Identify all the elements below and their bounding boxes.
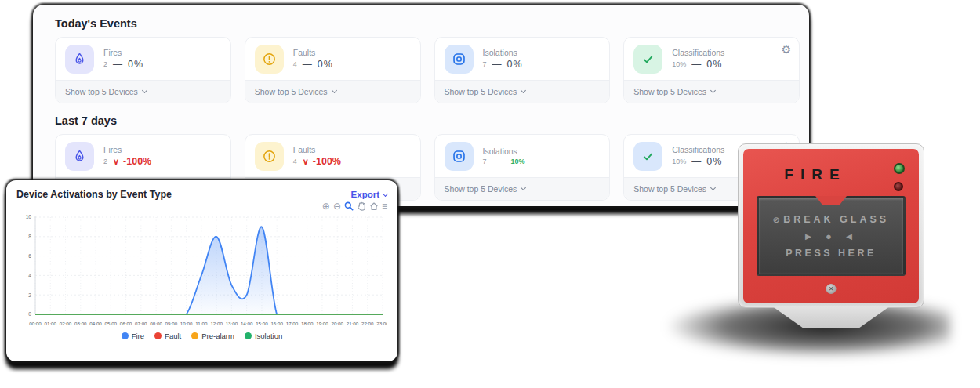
svg-text:05:00: 05:00 bbox=[105, 321, 118, 326]
card-title: Fires bbox=[103, 145, 151, 154]
show-top-devices-label: Show top 5 Devices bbox=[633, 184, 706, 194]
legend-dot-icon bbox=[154, 332, 162, 339]
alert-circle-icon bbox=[255, 45, 284, 74]
today-card-row: Fires 2 — 0% Show top 5 Devices bbox=[45, 37, 800, 103]
chart-panel: Device Activations by Event Type Export … bbox=[6, 180, 397, 361]
svg-text:08:00: 08:00 bbox=[150, 321, 162, 326]
legend-dot-icon bbox=[122, 332, 129, 339]
show-top-devices-label: Show top 5 Devices bbox=[445, 87, 517, 96]
card-title: Fires bbox=[103, 48, 143, 57]
trend-flat-icon: — bbox=[492, 59, 502, 70]
card-title: Classifications bbox=[672, 48, 724, 57]
card-trend: -100% bbox=[313, 156, 341, 167]
gear-icon[interactable]: ⚙ bbox=[781, 44, 791, 55]
card-today-faults: Faults 4 — 0% Show top 5 Devices bbox=[245, 37, 421, 103]
stage: Today's Events Fires 2 — 0% bbox=[0, 0, 980, 388]
zoom-in-icon[interactable]: ⊕ bbox=[322, 201, 330, 211]
callpoint-flap bbox=[771, 306, 891, 328]
svg-text:01:00: 01:00 bbox=[45, 321, 57, 326]
card-trend: 0% bbox=[128, 59, 143, 70]
pan-icon[interactable] bbox=[357, 201, 366, 211]
card-count: 7 bbox=[483, 60, 487, 68]
arrows-dot-icon: ► ● ◄ bbox=[804, 230, 859, 242]
zoom-out-icon[interactable]: ⊖ bbox=[333, 201, 341, 211]
card-count: 4 bbox=[293, 158, 297, 165]
svg-text:07:00: 07:00 bbox=[135, 321, 147, 326]
activations-plot[interactable]: 024681000:0001:0002:0003:0004:0005:0006:… bbox=[16, 212, 387, 332]
card-title: Isolations bbox=[483, 48, 523, 57]
card-count: 2 bbox=[103, 60, 107, 68]
show-top-devices-button[interactable]: Show top 5 Devices bbox=[435, 80, 610, 103]
card-today-classifications: Classifications 10% — 0% ⚙ Show top 5 De… bbox=[623, 37, 800, 103]
export-label: Export bbox=[351, 190, 379, 199]
chevron-down-icon bbox=[142, 88, 147, 93]
flame-icon bbox=[65, 45, 94, 74]
svg-text:06:00: 06:00 bbox=[120, 321, 132, 326]
chevron-down-icon bbox=[710, 88, 716, 93]
svg-text:21:00: 21:00 bbox=[347, 321, 359, 326]
show-top-devices-label: Show top 5 Devices bbox=[255, 87, 328, 96]
check-icon bbox=[633, 142, 662, 171]
svg-text:10: 10 bbox=[26, 214, 32, 219]
svg-text:22:00: 22:00 bbox=[361, 321, 374, 326]
red-led-icon bbox=[894, 182, 903, 191]
card-count: 2 bbox=[103, 158, 107, 165]
trend-flat-icon: — bbox=[691, 156, 701, 167]
callpoint-body: FIRE ⊘BREAK GLASS ► ● ◄ PRESS HERE ✕ bbox=[743, 149, 919, 303]
card-trend: 0% bbox=[706, 59, 722, 70]
legend-item-isolation[interactable]: Isolation bbox=[245, 332, 282, 340]
card-trend: 0% bbox=[706, 156, 722, 167]
card-title: Faults bbox=[293, 48, 333, 57]
svg-text:23:00: 23:00 bbox=[376, 321, 387, 326]
press-here-label: PRESS HERE bbox=[786, 248, 877, 259]
card-count: 10% bbox=[672, 158, 686, 165]
trend-down-icon: ∨ bbox=[113, 157, 119, 167]
trend-down-icon: ∨ bbox=[303, 157, 309, 167]
svg-text:16:00: 16:00 bbox=[270, 321, 283, 326]
card-today-isolations: Isolations 7 — 0% Show top 5 Devices bbox=[434, 37, 611, 103]
chart-modebar: ⊕ ⊖ ≡ bbox=[16, 201, 387, 212]
menu-icon[interactable]: ≡ bbox=[382, 201, 387, 211]
legend-item-pre-alarm[interactable]: Pre-alarm bbox=[191, 332, 234, 340]
card-count: 7 bbox=[483, 158, 487, 165]
prohibition-icon: ⊘ bbox=[773, 216, 782, 224]
legend-label: Pre-alarm bbox=[201, 332, 234, 340]
legend-label: Fire bbox=[132, 332, 144, 340]
break-glass-label: BREAK GLASS bbox=[783, 214, 889, 225]
card-count: 10% bbox=[672, 60, 686, 68]
isolation-icon bbox=[445, 45, 474, 74]
legend-item-fault[interactable]: Fault bbox=[154, 332, 181, 340]
break-glass-panel: ⊘BREAK GLASS ► ● ◄ PRESS HERE bbox=[757, 196, 906, 276]
svg-text:4: 4 bbox=[28, 273, 31, 278]
svg-text:10:00: 10:00 bbox=[180, 321, 193, 326]
dashboard-panel: Today's Events Fires 2 — 0% bbox=[33, 5, 809, 206]
card-trend: 0% bbox=[507, 59, 523, 70]
svg-text:03:00: 03:00 bbox=[74, 321, 87, 326]
chevron-down-icon bbox=[710, 185, 716, 190]
legend-label: Isolation bbox=[255, 332, 282, 340]
legend-item-fire[interactable]: Fire bbox=[122, 332, 144, 340]
card-trend: 0% bbox=[318, 59, 333, 70]
home-icon[interactable] bbox=[369, 201, 379, 211]
legend-dot-icon bbox=[245, 332, 252, 339]
flame-icon bbox=[65, 142, 94, 171]
svg-text:13:00: 13:00 bbox=[226, 321, 238, 326]
show-top-devices-button[interactable]: Show top 5 Devices bbox=[56, 80, 230, 103]
check-icon bbox=[633, 45, 662, 74]
chevron-down-icon bbox=[521, 185, 526, 190]
card-trend: 10% bbox=[511, 158, 525, 165]
show-top-devices-button[interactable]: Show top 5 Devices bbox=[245, 80, 420, 103]
show-top-devices-button[interactable]: Show top 5 Devices bbox=[624, 80, 799, 103]
svg-text:0: 0 bbox=[28, 311, 31, 317]
zoom-icon[interactable] bbox=[344, 201, 354, 211]
screw-icon: ✕ bbox=[826, 284, 837, 294]
svg-text:09:00: 09:00 bbox=[165, 321, 178, 326]
svg-text:15:00: 15:00 bbox=[256, 321, 268, 326]
chart-title: Device Activations by Event Type bbox=[16, 189, 172, 200]
card-last7-isolations: Isolations 7 10% Show top 5 Devices bbox=[434, 134, 611, 201]
show-top-devices-label: Show top 5 Devices bbox=[65, 87, 138, 96]
export-button[interactable]: Export bbox=[351, 190, 387, 199]
callpoint-frame: FIRE ⊘BREAK GLASS ► ● ◄ PRESS HERE ✕ bbox=[738, 143, 924, 308]
show-top-devices-button[interactable]: Show top 5 Devices bbox=[435, 177, 610, 200]
show-top-devices-label: Show top 5 Devices bbox=[633, 87, 706, 96]
